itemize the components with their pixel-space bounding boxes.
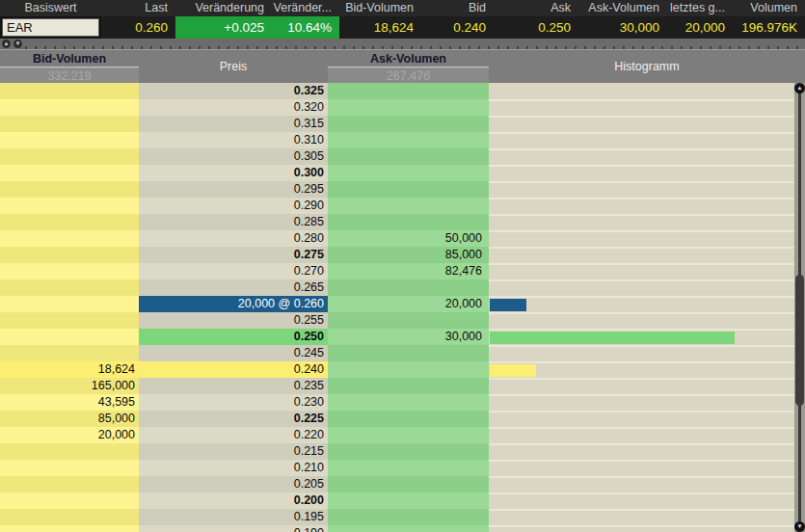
ladder-row[interactable]: 85,000 0.225 [0, 411, 805, 427]
bid-volume-cell[interactable] [0, 83, 139, 99]
ask-volume-cell[interactable] [328, 427, 489, 443]
ladder-row[interactable]: 0.265 [0, 279, 805, 296]
price-cell[interactable]: 0.295 [139, 181, 328, 198]
ask-volume-cell[interactable] [328, 181, 489, 198]
ladder-row[interactable]: 20,000 @ 0.260 20,000 [0, 296, 805, 312]
bid-volume-cell[interactable]: 20,000 [0, 427, 139, 443]
price-cell[interactable]: 20,000 @ 0.260 [139, 296, 328, 312]
ask-volume-cell[interactable] [328, 83, 489, 99]
quote-col-header-veraenderung-prozent[interactable]: Veränder... [272, 0, 339, 16]
price-cell[interactable]: 0.270 [139, 263, 328, 279]
bid-volume-cell[interactable] [0, 198, 139, 214]
ladder-row[interactable]: 0.205 [0, 476, 805, 492]
ask-volume-cell[interactable] [328, 394, 489, 411]
bid-volume-cell[interactable] [0, 509, 139, 525]
ladder-row[interactable]: 0.210 [0, 460, 805, 476]
scroll-up-button[interactable]: ▲ [794, 83, 805, 93]
bid-volume-cell[interactable]: 85,000 [0, 411, 139, 427]
price-cell[interactable]: 0.225 [139, 411, 328, 427]
ladder-row[interactable]: 0.320 [0, 99, 805, 116]
ask-volume-cell[interactable] [328, 312, 489, 329]
sort-down-button[interactable]: ▼ [13, 40, 22, 48]
ask-volume-cell[interactable]: 85,000 [328, 247, 489, 263]
price-cell[interactable]: 0.200 [139, 492, 328, 509]
instrument-symbol[interactable]: EAR [2, 18, 99, 37]
ask-volume-cell[interactable]: 82,476 [328, 263, 489, 279]
price-cell[interactable]: 0.255 [139, 312, 328, 329]
ladder-row[interactable]: 43,595 0.230 [0, 394, 805, 411]
bid-volume-cell[interactable] [0, 345, 139, 361]
ask-volume-cell[interactable] [328, 509, 489, 525]
bid-volume-cell[interactable] [0, 312, 139, 329]
ladder-row[interactable]: 0.195 [0, 509, 805, 525]
ladder-row[interactable]: 18,624 0.240 [0, 361, 805, 378]
ladder-row[interactable]: 0.215 [0, 443, 805, 460]
price-cell[interactable]: 0.310 [139, 132, 328, 148]
ask-volume-cell[interactable] [328, 460, 489, 476]
ask-volume-cell[interactable] [328, 492, 489, 509]
ask-volume-cell[interactable] [328, 116, 489, 132]
price-cell[interactable]: 0.285 [139, 214, 328, 230]
ladder-row[interactable]: 0.300 [0, 165, 805, 181]
bid-volume-cell[interactable] [0, 476, 139, 492]
bid-volume-cell[interactable] [0, 492, 139, 509]
price-cell[interactable]: 0.215 [139, 443, 328, 460]
ladder-row[interactable]: 20,000 0.220 [0, 427, 805, 443]
bid-volume-cell[interactable] [0, 525, 139, 532]
ask-volume-cell[interactable] [328, 378, 489, 394]
ask-volume-cell[interactable] [328, 132, 489, 148]
ladder-row[interactable]: 0.200 [0, 492, 805, 509]
bid-volume-cell[interactable]: 43,595 [0, 394, 139, 411]
bid-volume-cell[interactable] [0, 148, 139, 165]
ladder-row[interactable]: 0.280 50,000 [0, 230, 805, 247]
quote-col-header-veraenderung[interactable]: Veränderung [175, 0, 272, 16]
ask-volume-cell[interactable] [328, 476, 489, 492]
price-cell[interactable]: 0.205 [139, 476, 328, 492]
price-cell[interactable]: 0.265 [139, 279, 328, 296]
sort-up-button[interactable]: ▲ [2, 40, 11, 48]
price-cell[interactable]: 0.305 [139, 148, 328, 165]
price-cell[interactable]: 0.250 [139, 329, 328, 345]
ask-volume-cell[interactable] [328, 198, 489, 214]
ask-volume-cell[interactable] [328, 443, 489, 460]
price-cell[interactable]: 0.220 [139, 427, 328, 443]
ask-volume-cell[interactable] [328, 279, 489, 296]
ladder-row[interactable]: 0.275 85,000 [0, 247, 805, 263]
scroll-thumb[interactable] [795, 275, 804, 406]
ladder-row[interactable]: 0.310 [0, 132, 805, 148]
quote-value-basiswert[interactable]: EAR [0, 16, 101, 39]
bid-volume-cell[interactable] [0, 99, 139, 116]
bid-volume-cell[interactable] [0, 165, 139, 181]
price-cell[interactable]: 0.195 [139, 509, 328, 525]
bid-volume-cell[interactable] [0, 263, 139, 279]
price-cell[interactable]: 0.325 [139, 83, 328, 99]
ask-volume-cell[interactable]: 20,000 [328, 296, 489, 312]
bid-volume-cell[interactable] [0, 230, 139, 247]
price-cell[interactable]: 0.300 [139, 165, 328, 181]
price-cell[interactable]: 0.280 [139, 230, 328, 247]
bid-volume-cell[interactable]: 165,000 [0, 378, 139, 394]
quote-col-header-bid[interactable]: Bid [421, 0, 494, 16]
quote-col-header-ask[interactable]: Ask [494, 0, 578, 16]
price-cell[interactable]: 0.190 [139, 525, 328, 532]
ladder-row[interactable]: 0.270 82,476 [0, 263, 805, 279]
price-cell[interactable]: 0.210 [139, 460, 328, 476]
ask-volume-cell[interactable] [328, 214, 489, 230]
price-cell[interactable]: 0.290 [139, 198, 328, 214]
bid-volume-cell[interactable] [0, 460, 139, 476]
ladder-row[interactable]: 0.285 [0, 214, 805, 230]
scroll-down-button[interactable]: ▼ [794, 521, 805, 532]
price-cell[interactable]: 0.235 [139, 378, 328, 394]
quote-col-header-bid-volumen[interactable]: Bid-Volumen [339, 0, 421, 16]
quote-col-header-ask-volumen[interactable]: Ask-Volumen [578, 0, 667, 16]
price-cell[interactable]: 0.315 [139, 116, 328, 132]
ladder-row[interactable]: 0.315 [0, 116, 805, 132]
quote-col-header-volumen[interactable]: Volumen [733, 0, 805, 16]
price-cell[interactable]: 0.320 [139, 99, 328, 116]
ladder-row[interactable]: 165,000 0.235 [0, 378, 805, 394]
ask-volume-cell[interactable]: 30,000 [328, 329, 489, 345]
price-cell[interactable]: 0.230 [139, 394, 328, 411]
quote-col-header-last[interactable]: Last [101, 0, 175, 16]
bid-volume-cell[interactable] [0, 296, 139, 312]
ladder-row[interactable]: 0.255 [0, 312, 805, 329]
